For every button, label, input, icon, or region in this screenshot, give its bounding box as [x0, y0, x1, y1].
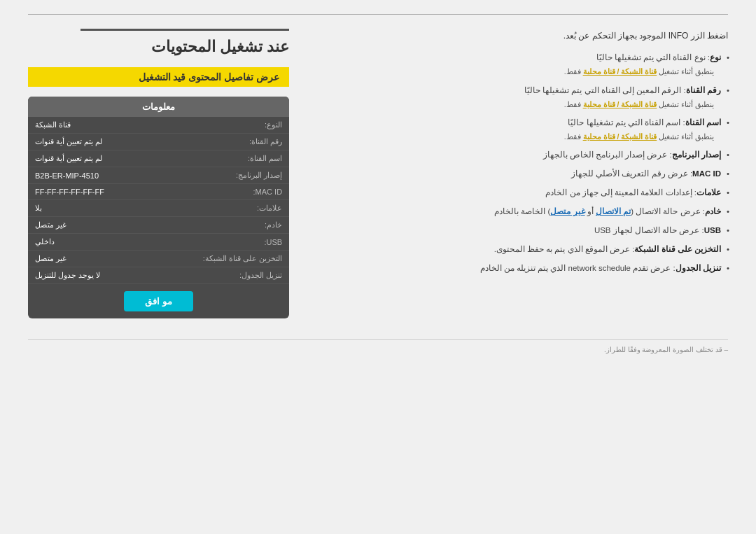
table-row: خادم:غير متصل	[28, 217, 289, 234]
item-subnote: ينطبق أثناء تشغيل قناة الشبكة / قناة محل…	[310, 131, 721, 143]
left-column: اضغط الزر INFO الموجود بجهاز التحكم عن ب…	[310, 29, 728, 281]
item-subnote-bold: قناة الشبكة / قناة محلية	[583, 67, 657, 76]
info-panel: معلومات النوع:قناة الشبكةرقم القناة:لم ي…	[28, 97, 289, 318]
table-cell-label: التخزين على قناة الشبكة:	[172, 251, 289, 267]
table-cell-value: غير متصل	[28, 251, 172, 267]
item-label: التخزين على قناة الشبكة	[634, 245, 721, 253]
list-item: USB: عرض حالة الاتصال لجهاز USB	[310, 224, 728, 237]
item-text: : إعدادات العلامة المعينة إلى جهاز من ال…	[545, 188, 696, 197]
table-cell-label: النوع:	[172, 117, 289, 134]
item-subnote: ينطبق أثناء تشغيل قناة الشبكة / قناة محل…	[310, 66, 721, 78]
right-top-divider	[80, 29, 289, 31]
item-label: رقم القناة	[686, 86, 721, 94]
table-cell-label: تنزيل الجدول:	[172, 267, 289, 284]
item-label: علامات	[696, 188, 721, 197]
item-text: : عرض حالة الاتصال (	[631, 207, 705, 216]
item-text: : عرض تقدم network schedule الذي يتم تنز…	[480, 264, 676, 272]
list-item: إصدار البرنامج: عرض إصدار البرنامج الخاص…	[310, 148, 728, 162]
item-text: : عرض الموقع الذي يتم به حفظ المحتوى.	[494, 245, 635, 253]
item-subnote: ينطبق أثناء تشغيل قناة الشبكة / قناة محل…	[310, 99, 721, 111]
item-link-disconnected: غير متصل	[550, 207, 584, 216]
table-row: إصدار البرنامج:B2B-ER-MIP-4510	[28, 167, 289, 184]
item-label: اسم القناة	[685, 118, 721, 127]
item-text-after: ) الخاصة بالخادم	[494, 207, 550, 216]
table-cell-label: علامات:	[172, 200, 289, 217]
item-text: : اسم القناة التي يتم تشغيلها حاليًا	[568, 118, 685, 127]
item-label: USB	[704, 226, 721, 234]
item-text: : نوع القناة التي يتم تشغيلها حاليًا	[596, 53, 710, 62]
table-cell-label: USB:	[172, 234, 289, 251]
top-divider	[28, 14, 728, 15]
table-cell-value: قناة الشبكة	[28, 117, 172, 134]
ok-button[interactable]: مو افق	[124, 291, 193, 311]
subtitle-bar: عرض تفاصيل المحتوى قيد التشغيل	[28, 67, 289, 87]
item-text: : عرض رقم التعريف الأصلي للجهاز	[571, 169, 692, 178]
item-text: : عرض حالة الاتصال لجهاز USB	[594, 226, 704, 234]
footer-note: قد تختلف الصورة المعروضة وفقًا للطراز.	[28, 346, 728, 353]
list-item: التخزين على قناة الشبكة: عرض الموقع الذي…	[310, 243, 728, 256]
table-row: علامات:بلا	[28, 200, 289, 217]
table-row: MAC ID:FF-FF-FF-FF-FF-FF	[28, 184, 289, 200]
table-cell-value: B2B-ER-MIP-4510	[28, 167, 172, 184]
list-item: MAC ID: عرض رقم التعريف الأصلي للجهاز	[310, 167, 728, 181]
info-panel-title: معلومات	[28, 97, 289, 117]
item-link-connected: تم الاتصال	[596, 207, 631, 216]
right-column: عند تشغيل المحتويات عرض تفاصيل المحتوى ق…	[28, 29, 289, 318]
page-container: اضغط الزر INFO الموجود بجهاز التحكم عن ب…	[0, 0, 756, 534]
item-label: تنزيل الجدول	[676, 264, 721, 272]
item-text: : الرقم المعين إلى القناة التي يتم تشغيل…	[524, 86, 686, 94]
item-label: إصدار البرنامج	[672, 150, 721, 159]
table-cell-value: داخلي	[28, 234, 172, 251]
bottom-divider	[28, 339, 728, 340]
table-cell-value: لم يتم تعيين أية قنوات	[28, 150, 172, 167]
list-item: خادم: عرض حالة الاتصال (تم الاتصال أو غي…	[310, 205, 728, 218]
table-cell-label: MAC ID:	[172, 184, 289, 200]
table-row: التخزين على قناة الشبكة:غير متصل	[28, 251, 289, 267]
table-row: تنزيل الجدول:لا يوجد جدول للتنزيل	[28, 267, 289, 284]
table-row: اسم القناة:لم يتم تعيين أية قنوات	[28, 150, 289, 167]
table-row: النوع:قناة الشبكة	[28, 117, 289, 134]
info-panel-btn-row: مو افق	[28, 284, 289, 318]
table-row: USB:داخلي	[28, 234, 289, 251]
item-label: نوع	[710, 53, 721, 62]
instruction-header: اضغط الزر INFO الموجود بجهاز التحكم عن ب…	[310, 29, 728, 43]
page-title: عند تشغيل المحتويات	[28, 38, 289, 56]
table-cell-value: FF-FF-FF-FF-FF-FF	[28, 184, 172, 200]
instruction-list: نوع: نوع القناة التي يتم تشغيلها حاليًا …	[310, 51, 728, 275]
item-subnote-bold: قناة الشبكة / قناة محلية	[583, 100, 657, 108]
item-label: خادم	[705, 207, 721, 216]
table-cell-value: لا يوجد جدول للتنزيل	[28, 267, 172, 284]
table-cell-value: لم يتم تعيين أية قنوات	[28, 134, 172, 150]
table-cell-label: خادم:	[172, 217, 289, 234]
item-label: MAC ID	[692, 169, 721, 178]
item-text-mid: أو	[585, 207, 596, 216]
info-table: النوع:قناة الشبكةرقم القناة:لم يتم تعيين…	[28, 117, 289, 284]
table-cell-value: بلا	[28, 200, 172, 217]
table-cell-label: إصدار البرنامج:	[172, 167, 289, 184]
list-item: تنزيل الجدول: عرض تقدم network schedule …	[310, 262, 728, 275]
table-cell-label: اسم القناة:	[172, 150, 289, 167]
item-subnote-bold: قناة الشبكة / قناة محلية	[583, 132, 657, 141]
table-row: رقم القناة:لم يتم تعيين أية قنوات	[28, 134, 289, 150]
list-item: علامات: إعدادات العلامة المعينة إلى جهاز…	[310, 186, 728, 199]
table-cell-value: غير متصل	[28, 217, 172, 234]
table-cell-label: رقم القناة:	[172, 134, 289, 150]
list-item: رقم القناة: الرقم المعين إلى القناة التي…	[310, 84, 728, 111]
item-text: : عرض إصدار البرنامج الخاص بالجهاز	[543, 150, 672, 159]
list-item: نوع: نوع القناة التي يتم تشغيلها حاليًا …	[310, 51, 728, 78]
list-item: اسم القناة: اسم القناة التي يتم تشغيلها …	[310, 116, 728, 143]
main-layout: اضغط الزر INFO الموجود بجهاز التحكم عن ب…	[28, 29, 728, 318]
